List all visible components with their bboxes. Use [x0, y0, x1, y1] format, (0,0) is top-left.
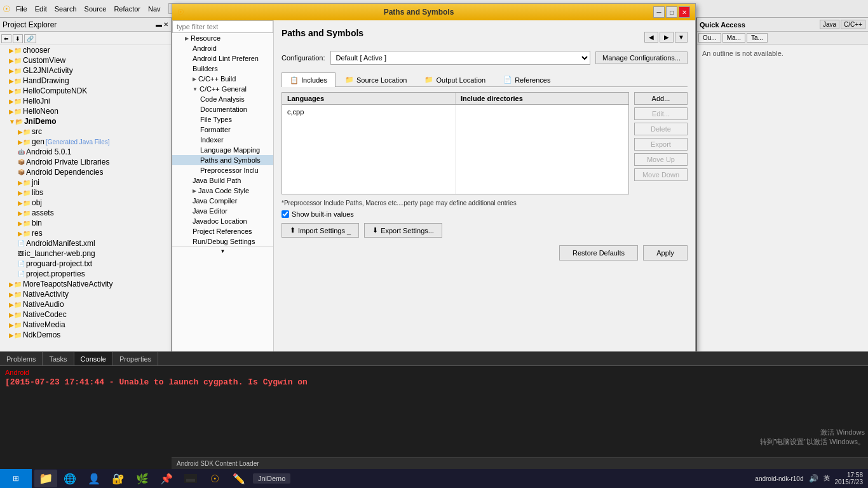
- import-settings-btn[interactable]: ⬆ Import Settings _: [281, 223, 359, 238]
- edit-menu[interactable]: Edit: [32, 5, 50, 13]
- manage-configurations-btn[interactable]: Manage Configurations...: [595, 51, 688, 64]
- tree-item-bin[interactable]: ▶📁 bin: [0, 218, 171, 228]
- delete-btn[interactable]: Delete: [634, 123, 688, 135]
- tree-item-assets[interactable]: ▶📁 assets: [0, 208, 171, 218]
- nav-item-lang-mappings[interactable]: Language Mapping: [172, 145, 273, 155]
- java-btn[interactable]: Java: [820, 20, 839, 29]
- ta-tab[interactable]: Ta...: [747, 33, 768, 43]
- pe-toolbar-btn2[interactable]: ⬇: [13, 34, 23, 43]
- tree-item-src[interactable]: ▶📁 src: [0, 126, 171, 137]
- nav-item-documentation[interactable]: Documentation: [172, 104, 273, 114]
- ma-tab[interactable]: Ma...: [722, 33, 745, 43]
- add-btn[interactable]: Add...: [634, 92, 688, 105]
- tree-item-helloneon[interactable]: ▶📁 HelloNeon: [0, 106, 171, 116]
- console-tab[interactable]: Console: [74, 352, 113, 365]
- nav-item-formatter[interactable]: Formatter: [172, 125, 273, 135]
- dialog-maximize-btn[interactable]: □: [666, 6, 677, 18]
- taskbar-terminal[interactable]: ▬: [179, 470, 202, 487]
- nav-item-java-build[interactable]: Java Build Path: [172, 175, 273, 186]
- taskbar-lock[interactable]: 🔐: [107, 470, 130, 487]
- tree-item-dependencies[interactable]: 📦 Android Dependencies: [0, 167, 171, 177]
- search-menu[interactable]: Search: [52, 5, 79, 13]
- apply-btn[interactable]: Apply: [643, 245, 688, 261]
- dropdown-nav-btn[interactable]: ▼: [675, 32, 688, 43]
- tab-references[interactable]: 📄 References: [495, 72, 559, 86]
- nav-item-paths-symbols[interactable]: Paths and Symbols: [172, 155, 273, 165]
- tasks-tab[interactable]: Tasks: [43, 352, 74, 365]
- tree-item-ndkdemos[interactable]: ▶📁 NdkDemos: [0, 330, 171, 340]
- pe-toolbar-btn3[interactable]: 🔗: [24, 34, 36, 43]
- tree-item-proguard[interactable]: 📄 proguard-project.txt: [0, 259, 171, 269]
- tree-item-customview[interactable]: ▶📁 CustomView: [0, 55, 171, 65]
- nav-item-cpp-build[interactable]: ▶ C/C++ Build: [172, 74, 273, 84]
- table-row[interactable]: c,cpp: [287, 107, 450, 116]
- nav-item-builders[interactable]: Builders: [172, 64, 273, 74]
- tree-item-gl2jni[interactable]: ▶📁 GL2JNIActivity: [0, 65, 171, 76]
- tree-item-hellojni[interactable]: ▶📁 HelloJni: [0, 96, 171, 106]
- tree-item-hellocompute[interactable]: ▶📁 HelloComputeNDK: [0, 86, 171, 96]
- taskbar-browser[interactable]: 🌐: [58, 470, 81, 487]
- tree-item-jnidemo[interactable]: ▼📂 JniDemo: [0, 116, 171, 126]
- tab-includes[interactable]: 📋 Includes: [281, 72, 336, 87]
- tree-item-handdrawing[interactable]: ▶📁 HandDrawing: [0, 76, 171, 86]
- taskbar-explorer[interactable]: 📁: [34, 470, 57, 487]
- outline-tab[interactable]: Ou...: [698, 33, 721, 43]
- back-nav-btn[interactable]: ◀: [644, 32, 658, 43]
- properties-tab[interactable]: Properties: [113, 352, 158, 365]
- nav-item-java-code-style[interactable]: ▶ Java Code Style: [172, 186, 273, 196]
- nav-item-resource[interactable]: ▶ Resource: [172, 33, 273, 43]
- tree-item-nativeaudio[interactable]: ▶📁 NativeAudio: [0, 299, 171, 309]
- tree-item-chooser[interactable]: ▶📁 chooser: [0, 45, 171, 55]
- tree-item-res[interactable]: ▶📁 res: [0, 228, 171, 238]
- nav-item-preprocessor[interactable]: Preprocessor Inclu: [172, 165, 273, 175]
- tree-item-nativemedia[interactable]: ▶📁 NativeMedia: [0, 320, 171, 330]
- move-down-btn[interactable]: Move Down: [634, 168, 688, 181]
- tree-item-obj[interactable]: ▶📁 obj: [0, 198, 171, 208]
- pe-toolbar-btn[interactable]: ⬅: [1, 34, 11, 43]
- pe-minimize-btn[interactable]: ▬: [156, 21, 162, 28]
- tree-item-android501[interactable]: 🤖 Android 5.0.1: [0, 147, 171, 157]
- taskbar-pen[interactable]: ✏️: [227, 470, 250, 487]
- taskbar-jnidemo[interactable]: JniDemo: [253, 473, 290, 484]
- tree-item-jni[interactable]: ▶📁 jni: [0, 177, 171, 187]
- config-select[interactable]: Default [ Active ]: [330, 51, 591, 65]
- nav-item-cpp-general[interactable]: ▼ C/C++ General: [172, 84, 273, 94]
- nav-item-code-analysis[interactable]: Code Analysis: [172, 94, 273, 104]
- tree-item-launcher[interactable]: 🖼 ic_launcher-web.png: [0, 248, 171, 259]
- taskbar-pin[interactable]: 📌: [155, 470, 178, 487]
- source-menu[interactable]: Source: [82, 5, 109, 13]
- forward-nav-btn[interactable]: ▶: [660, 32, 674, 43]
- tree-item-manifest[interactable]: 📄 AndroidManifest.xml: [0, 238, 171, 248]
- nav-menu[interactable]: Nav: [146, 5, 163, 13]
- start-button[interactable]: ⊞: [0, 469, 32, 488]
- refactor-menu[interactable]: Refactor: [111, 5, 143, 13]
- problems-tab[interactable]: Problems: [0, 352, 43, 365]
- dialog-close-btn[interactable]: ✕: [679, 6, 690, 18]
- nav-item-lint[interactable]: Android Lint Preferen: [172, 53, 273, 64]
- taskbar-person[interactable]: 👤: [83, 470, 105, 487]
- nav-item-javadoc[interactable]: Javadoc Location: [172, 216, 273, 226]
- pe-close-btn[interactable]: ✕: [163, 21, 168, 28]
- nav-item-file-types[interactable]: File Types: [172, 114, 273, 125]
- export-settings-btn[interactable]: ⬇ Export Settings...: [364, 223, 442, 238]
- edit-btn[interactable]: Edit...: [634, 107, 688, 120]
- restore-defaults-btn[interactable]: Restore Defaults: [559, 245, 638, 261]
- tree-item-moreteapots[interactable]: ▶📁 MoreTeapotsNativeActivity: [0, 279, 171, 289]
- tab-output-location[interactable]: 📁 Output Location: [416, 72, 494, 86]
- tree-item-project-props[interactable]: 📄 project.properties: [0, 269, 171, 279]
- tree-item-gen[interactable]: ▶📁 gen [Generated Java Files]: [0, 137, 171, 147]
- nav-item-android[interactable]: Android: [172, 43, 273, 53]
- tree-item-nativecodec[interactable]: ▶📁 NativeCodec: [0, 309, 171, 320]
- nav-item-rundebug[interactable]: Run/Debug Settings: [172, 236, 273, 247]
- tab-source-location[interactable]: 📁 Source Location: [337, 72, 416, 86]
- nav-item-project-refs[interactable]: Project References: [172, 226, 273, 236]
- tree-item-nativeactivity[interactable]: ▶📁 NativeActivity: [0, 289, 171, 299]
- taskbar-eclipse[interactable]: ☉: [203, 470, 226, 487]
- dialog-minimize-btn[interactable]: ─: [653, 6, 665, 18]
- taskbar-green[interactable]: 🌿: [131, 470, 154, 487]
- filter-input[interactable]: [172, 20, 273, 33]
- scroll-down-arrow[interactable]: ▼: [220, 248, 226, 254]
- cpp-btn[interactable]: C/C++: [841, 20, 865, 29]
- export-btn[interactable]: Export: [634, 138, 688, 151]
- show-builtin-checkbox[interactable]: [281, 210, 289, 218]
